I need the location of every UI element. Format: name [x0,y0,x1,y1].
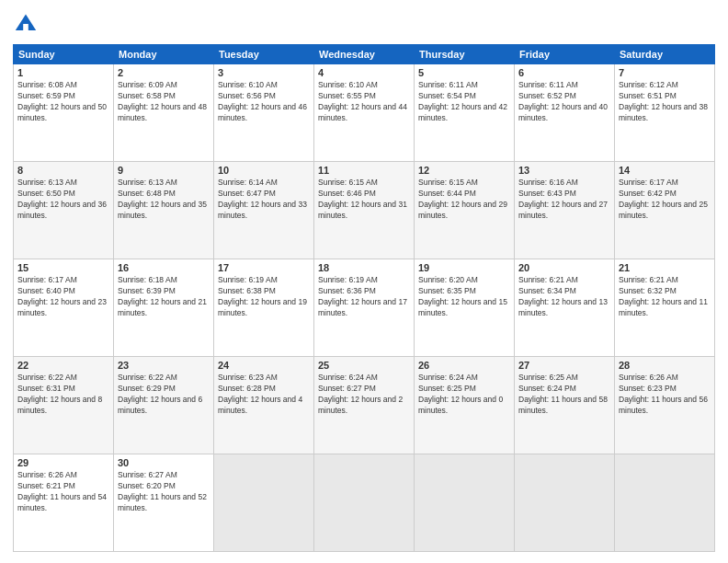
col-header-sunday: Sunday [14,45,114,64]
calendar-cell: 12Sunrise: 6:15 AMSunset: 6:44 PMDayligh… [415,162,515,259]
day-number: 18 [318,262,410,273]
day-number: 16 [118,262,210,273]
day-number: 2 [118,67,210,78]
day-number: 19 [418,262,510,273]
calendar-row: 29Sunrise: 6:26 AMSunset: 6:21 PMDayligh… [14,454,715,552]
calendar-cell [314,454,415,552]
day-number: 30 [118,457,210,468]
calendar-cell: 7Sunrise: 6:12 AMSunset: 6:51 PMDaylight… [615,64,715,162]
calendar-row: 15Sunrise: 6:17 AMSunset: 6:40 PMDayligh… [14,259,715,357]
day-number: 12 [418,165,510,176]
calendar-cell: 3Sunrise: 6:10 AMSunset: 6:56 PMDaylight… [214,64,314,162]
day-number: 9 [118,165,210,176]
calendar-cell: 29Sunrise: 6:26 AMSunset: 6:21 PMDayligh… [14,454,114,552]
calendar-row: 8Sunrise: 6:13 AMSunset: 6:50 PMDaylight… [14,162,715,259]
calendar-cell: 24Sunrise: 6:23 AMSunset: 6:28 PMDayligh… [214,357,314,454]
day-number: 5 [418,67,510,78]
day-number: 20 [518,262,610,273]
cell-content: Sunrise: 6:12 AMSunset: 6:51 PMDaylight:… [619,80,711,124]
cell-content: Sunrise: 6:15 AMSunset: 6:44 PMDaylight:… [418,178,510,222]
cell-content: Sunrise: 6:15 AMSunset: 6:46 PMDaylight:… [318,178,410,222]
cell-content: Sunrise: 6:18 AMSunset: 6:39 PMDaylight:… [118,275,210,319]
day-number: 26 [418,360,510,371]
calendar-cell: 19Sunrise: 6:20 AMSunset: 6:35 PMDayligh… [415,259,515,357]
day-number: 3 [218,67,310,78]
calendar-table: SundayMondayTuesdayWednesdayThursdayFrid… [13,44,715,552]
calendar-cell: 17Sunrise: 6:19 AMSunset: 6:38 PMDayligh… [214,259,314,357]
day-number: 7 [619,67,711,78]
cell-content: Sunrise: 6:13 AMSunset: 6:50 PMDaylight:… [17,178,109,222]
calendar-cell [515,454,615,552]
cell-content: Sunrise: 6:27 AMSunset: 6:20 PMDaylight:… [118,470,210,514]
calendar-cell: 20Sunrise: 6:21 AMSunset: 6:34 PMDayligh… [515,259,615,357]
calendar-cell: 10Sunrise: 6:14 AMSunset: 6:47 PMDayligh… [214,162,314,259]
calendar-cell [214,454,314,552]
day-number: 25 [318,360,410,371]
cell-content: Sunrise: 6:23 AMSunset: 6:28 PMDaylight:… [218,373,310,417]
day-number: 15 [17,262,109,273]
cell-content: Sunrise: 6:24 AMSunset: 6:25 PMDaylight:… [418,373,510,417]
cell-content: Sunrise: 6:09 AMSunset: 6:58 PMDaylight:… [118,80,210,124]
cell-content: Sunrise: 6:19 AMSunset: 6:38 PMDaylight:… [218,275,310,319]
col-header-saturday: Saturday [615,45,715,64]
day-number: 4 [318,67,410,78]
calendar-cell: 4Sunrise: 6:10 AMSunset: 6:55 PMDaylight… [314,64,415,162]
cell-content: Sunrise: 6:22 AMSunset: 6:29 PMDaylight:… [118,373,210,417]
calendar-cell: 1Sunrise: 6:08 AMSunset: 6:59 PMDaylight… [14,64,114,162]
col-header-monday: Monday [114,45,214,64]
day-number: 21 [619,262,711,273]
logo [13,11,42,37]
calendar-cell: 18Sunrise: 6:19 AMSunset: 6:36 PMDayligh… [314,259,415,357]
day-number: 1 [17,67,109,78]
day-number: 27 [518,360,610,371]
calendar-cell: 6Sunrise: 6:11 AMSunset: 6:52 PMDaylight… [515,64,615,162]
calendar-cell: 15Sunrise: 6:17 AMSunset: 6:40 PMDayligh… [14,259,114,357]
cell-content: Sunrise: 6:26 AMSunset: 6:21 PMDaylight:… [17,470,109,514]
day-number: 23 [118,360,210,371]
cell-content: Sunrise: 6:21 AMSunset: 6:32 PMDaylight:… [619,275,711,319]
cell-content: Sunrise: 6:10 AMSunset: 6:56 PMDaylight:… [218,80,310,124]
day-number: 17 [218,262,310,273]
day-number: 22 [17,360,109,371]
header [13,11,715,37]
calendar-cell: 23Sunrise: 6:22 AMSunset: 6:29 PMDayligh… [114,357,214,454]
calendar-cell: 16Sunrise: 6:18 AMSunset: 6:39 PMDayligh… [114,259,214,357]
calendar-cell: 27Sunrise: 6:25 AMSunset: 6:24 PMDayligh… [515,357,615,454]
cell-content: Sunrise: 6:13 AMSunset: 6:48 PMDaylight:… [118,178,210,222]
cell-content: Sunrise: 6:11 AMSunset: 6:52 PMDaylight:… [518,80,610,124]
day-number: 10 [218,165,310,176]
cell-content: Sunrise: 6:10 AMSunset: 6:55 PMDaylight:… [318,80,410,124]
col-header-wednesday: Wednesday [314,45,415,64]
calendar-cell: 30Sunrise: 6:27 AMSunset: 6:20 PMDayligh… [114,454,214,552]
cell-content: Sunrise: 6:17 AMSunset: 6:40 PMDaylight:… [17,275,109,319]
cell-content: Sunrise: 6:24 AMSunset: 6:27 PMDaylight:… [318,373,410,417]
cell-content: Sunrise: 6:19 AMSunset: 6:36 PMDaylight:… [318,275,410,319]
calendar-cell: 28Sunrise: 6:26 AMSunset: 6:23 PMDayligh… [615,357,715,454]
cell-content: Sunrise: 6:22 AMSunset: 6:31 PMDaylight:… [17,373,109,417]
calendar-cell: 13Sunrise: 6:16 AMSunset: 6:43 PMDayligh… [515,162,615,259]
cell-content: Sunrise: 6:26 AMSunset: 6:23 PMDaylight:… [619,373,711,417]
day-number: 29 [17,457,109,468]
cell-content: Sunrise: 6:21 AMSunset: 6:34 PMDaylight:… [518,275,610,319]
day-number: 28 [619,360,711,371]
calendar-cell: 11Sunrise: 6:15 AMSunset: 6:46 PMDayligh… [314,162,415,259]
day-number: 6 [518,67,610,78]
day-number: 14 [619,165,711,176]
day-number: 8 [17,165,109,176]
calendar-cell: 26Sunrise: 6:24 AMSunset: 6:25 PMDayligh… [415,357,515,454]
col-header-friday: Friday [515,45,615,64]
calendar-page: SundayMondayTuesdayWednesdayThursdayFrid… [0,0,728,563]
cell-content: Sunrise: 6:11 AMSunset: 6:54 PMDaylight:… [418,80,510,124]
calendar-row: 1Sunrise: 6:08 AMSunset: 6:59 PMDaylight… [14,64,715,162]
calendar-cell [415,454,515,552]
day-number: 24 [218,360,310,371]
calendar-cell: 22Sunrise: 6:22 AMSunset: 6:31 PMDayligh… [14,357,114,454]
day-number: 13 [518,165,610,176]
col-header-thursday: Thursday [415,45,515,64]
cell-content: Sunrise: 6:25 AMSunset: 6:24 PMDaylight:… [518,373,610,417]
svg-rect-1 [23,24,28,30]
cell-content: Sunrise: 6:16 AMSunset: 6:43 PMDaylight:… [518,178,610,222]
day-number: 11 [318,165,410,176]
calendar-cell: 25Sunrise: 6:24 AMSunset: 6:27 PMDayligh… [314,357,415,454]
calendar-cell: 21Sunrise: 6:21 AMSunset: 6:32 PMDayligh… [615,259,715,357]
